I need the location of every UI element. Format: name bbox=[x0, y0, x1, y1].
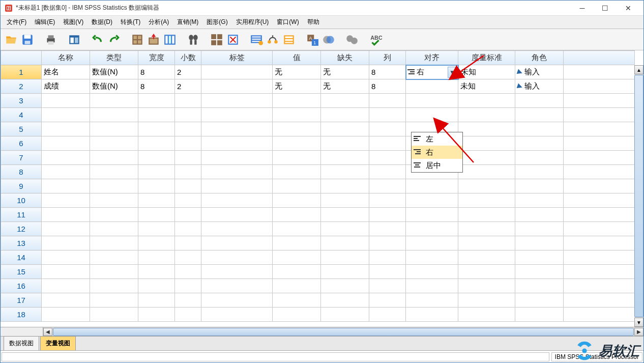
empty-cell[interactable] bbox=[138, 108, 175, 122]
empty-cell[interactable] bbox=[42, 151, 90, 165]
empty-cell[interactable] bbox=[369, 236, 406, 250]
empty-cell[interactable] bbox=[458, 293, 515, 308]
empty-cell[interactable] bbox=[175, 193, 201, 208]
empty-cell[interactable] bbox=[42, 136, 90, 151]
empty-cell[interactable] bbox=[138, 308, 175, 322]
empty-cell[interactable] bbox=[175, 236, 201, 250]
cell[interactable]: 无 bbox=[273, 65, 321, 79]
empty-cell[interactable] bbox=[90, 179, 138, 193]
empty-cell[interactable] bbox=[90, 250, 138, 265]
weight-cases-button[interactable] bbox=[225, 32, 241, 47]
empty-cell[interactable] bbox=[458, 279, 515, 293]
use-sets-button[interactable] bbox=[281, 32, 297, 47]
empty-cell[interactable] bbox=[458, 208, 515, 222]
empty-cell[interactable] bbox=[564, 293, 635, 308]
spellcheck-button[interactable]: ABC bbox=[368, 32, 383, 47]
select-cases-button[interactable] bbox=[249, 32, 264, 47]
empty-cell[interactable] bbox=[369, 179, 406, 193]
empty-cell[interactable] bbox=[90, 222, 138, 236]
cell-align[interactable] bbox=[406, 79, 458, 94]
maximize-button[interactable]: ☐ bbox=[594, 1, 617, 15]
empty-cell[interactable] bbox=[321, 165, 369, 179]
empty-cell[interactable] bbox=[369, 122, 406, 136]
empty-cell[interactable] bbox=[369, 108, 406, 122]
empty-cell[interactable] bbox=[138, 208, 175, 222]
menu-analyze[interactable]: 分析(A) bbox=[144, 16, 173, 29]
empty-cell[interactable] bbox=[458, 222, 515, 236]
empty-cell[interactable] bbox=[138, 94, 175, 108]
close-button[interactable]: ✕ bbox=[617, 1, 639, 15]
empty-cell[interactable] bbox=[42, 236, 90, 250]
menu-help[interactable]: 帮助 bbox=[303, 16, 324, 29]
empty-cell[interactable] bbox=[515, 250, 564, 265]
empty-cell[interactable] bbox=[369, 222, 406, 236]
empty-cell[interactable] bbox=[369, 165, 406, 179]
empty-cell[interactable] bbox=[201, 165, 273, 179]
empty-cell[interactable] bbox=[564, 308, 635, 322]
empty-cell[interactable] bbox=[201, 193, 273, 208]
empty-cell[interactable] bbox=[564, 165, 635, 179]
empty-cell[interactable] bbox=[564, 250, 635, 265]
recall-dialog-button[interactable] bbox=[67, 32, 82, 47]
empty-cell[interactable] bbox=[175, 293, 201, 308]
open-button[interactable] bbox=[4, 32, 19, 47]
empty-cell[interactable] bbox=[175, 222, 201, 236]
menu-transform[interactable]: 转换(T) bbox=[116, 16, 144, 29]
empty-cell[interactable] bbox=[273, 108, 321, 122]
empty-cell[interactable] bbox=[406, 179, 458, 193]
cell[interactable]: 数值(N) bbox=[90, 79, 138, 94]
row-header[interactable]: 11 bbox=[1, 208, 42, 222]
empty-cell[interactable] bbox=[406, 193, 458, 208]
empty-cell[interactable] bbox=[564, 151, 635, 165]
empty-cell[interactable] bbox=[138, 265, 175, 279]
empty-cell[interactable] bbox=[273, 236, 321, 250]
empty-cell[interactable] bbox=[458, 136, 515, 151]
empty-cell[interactable] bbox=[321, 136, 369, 151]
empty-cell[interactable] bbox=[369, 208, 406, 222]
col-header-6[interactable]: 缺失 bbox=[321, 51, 369, 65]
save-button[interactable] bbox=[20, 32, 35, 47]
empty-cell[interactable] bbox=[564, 122, 635, 136]
empty-cell[interactable] bbox=[201, 179, 273, 193]
empty-cell[interactable] bbox=[273, 193, 321, 208]
row-header[interactable]: 1 bbox=[1, 65, 42, 79]
row-header[interactable]: 9 bbox=[1, 179, 42, 193]
empty-cell[interactable] bbox=[138, 293, 175, 308]
row-header[interactable]: 2 bbox=[1, 79, 42, 94]
empty-cell[interactable] bbox=[42, 222, 90, 236]
empty-cell[interactable] bbox=[369, 193, 406, 208]
empty-cell[interactable] bbox=[42, 308, 90, 322]
empty-cell[interactable] bbox=[564, 179, 635, 193]
empty-cell[interactable] bbox=[515, 136, 564, 151]
row-header[interactable]: 18 bbox=[1, 308, 42, 322]
empty-cell[interactable] bbox=[175, 108, 201, 122]
empty-cell[interactable] bbox=[515, 293, 564, 308]
menu-edit[interactable]: 编辑(E) bbox=[31, 16, 59, 29]
empty-cell[interactable] bbox=[458, 122, 515, 136]
empty-cell[interactable] bbox=[90, 94, 138, 108]
empty-cell[interactable] bbox=[369, 151, 406, 165]
cell[interactable] bbox=[201, 79, 273, 94]
run-button[interactable] bbox=[344, 32, 360, 47]
empty-cell[interactable] bbox=[138, 193, 175, 208]
split-file-button[interactable] bbox=[209, 32, 224, 47]
variables-button[interactable] bbox=[162, 32, 178, 47]
empty-cell[interactable] bbox=[273, 208, 321, 222]
align-option-center[interactable]: 居中 bbox=[412, 159, 462, 172]
empty-cell[interactable] bbox=[321, 308, 369, 322]
empty-cell[interactable] bbox=[369, 279, 406, 293]
empty-cell[interactable] bbox=[273, 136, 321, 151]
empty-cell[interactable] bbox=[138, 179, 175, 193]
empty-cell[interactable] bbox=[175, 265, 201, 279]
value-labels-button[interactable] bbox=[265, 32, 280, 47]
goto-case-button[interactable] bbox=[130, 32, 145, 47]
empty-cell[interactable] bbox=[458, 165, 515, 179]
cell[interactable]: 成绩 bbox=[42, 79, 90, 94]
col-header-2[interactable]: 宽度 bbox=[138, 51, 175, 65]
empty-cell[interactable] bbox=[458, 193, 515, 208]
empty-cell[interactable] bbox=[564, 94, 635, 108]
empty-cell[interactable] bbox=[175, 179, 201, 193]
cell[interactable]: 8 bbox=[138, 79, 175, 94]
empty-cell[interactable] bbox=[42, 108, 90, 122]
col-header-4[interactable]: 标签 bbox=[201, 51, 273, 65]
